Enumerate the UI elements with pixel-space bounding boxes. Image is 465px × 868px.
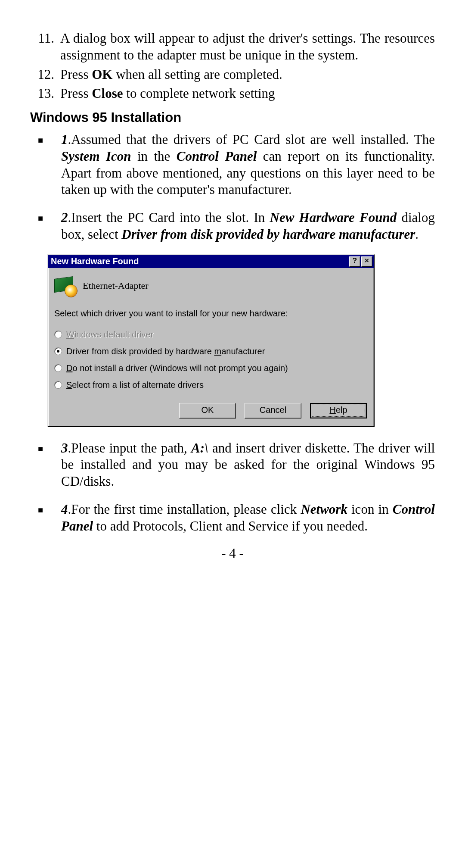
radio-option-windows-default: Windows default driver: [54, 330, 368, 340]
radio-option-driver-from-disk[interactable]: Driver from disk provided by hardware ma…: [54, 347, 368, 356]
dialog-screenshot: New Hardware Found ? × Ethernet-Adapter …: [47, 254, 375, 427]
radio-label: Select from a list of alternate drivers: [66, 380, 204, 390]
help-button[interactable]: ?: [349, 256, 360, 267]
radio-option-do-not-install[interactable]: Do not install a driver (Windows will no…: [54, 363, 368, 373]
bullet-icon: ■: [30, 501, 61, 535]
bullet-icon: ■: [30, 440, 61, 490]
close-button[interactable]: ×: [361, 256, 372, 267]
bullet-text: 3.Please input the path, A:\ and insert …: [61, 440, 435, 490]
bullet-icon: ■: [30, 209, 61, 243]
bullet-item: ■ 1.Assumed that the drivers of PC Card …: [30, 131, 435, 198]
bullet-item: ■ 2.Insert the PC Card into the slot. In…: [30, 209, 435, 243]
hardware-name: Ethernet-Adapter: [83, 280, 149, 291]
radio-option-select-from-list[interactable]: Select from a list of alternate drivers: [54, 380, 368, 390]
list-text: Press OK when all setting are completed.: [60, 66, 435, 83]
section-heading: Windows 95 Installation: [30, 110, 435, 125]
bullet-item: ■ 4.For the first time installation, ple…: [30, 501, 435, 535]
titlebar: New Hardware Found ? ×: [48, 255, 374, 268]
radio-label: Do not install a driver (Windows will no…: [66, 363, 288, 373]
list-item: 12. Press OK when all setting are comple…: [30, 66, 435, 83]
dialog-title: New Hardware Found: [51, 256, 348, 266]
list-item: 11. A dialog box will appear to adjust t…: [30, 30, 435, 64]
radio-icon[interactable]: [54, 381, 62, 389]
bullet-icon: ■: [30, 131, 61, 198]
list-text: Press Close to complete network setting: [60, 85, 435, 102]
list-item: 13. Press Close to complete network sett…: [30, 85, 435, 102]
radio-label: Driver from disk provided by hardware ma…: [66, 347, 265, 356]
list-text: A dialog box will appear to adjust the d…: [60, 30, 435, 64]
radio-label: Windows default driver: [66, 330, 153, 340]
list-number: 11.: [30, 30, 60, 64]
list-number: 12.: [30, 66, 60, 83]
adapter-icon: [54, 274, 78, 297]
page-number: - 4 -: [30, 546, 435, 561]
new-hardware-found-dialog: New Hardware Found ? × Ethernet-Adapter …: [47, 254, 375, 427]
page-content: 11. A dialog box will appear to adjust t…: [0, 0, 465, 578]
cancel-button[interactable]: Cancel: [245, 403, 301, 418]
radio-icon[interactable]: [54, 347, 62, 355]
radio-icon: [54, 331, 62, 338]
hardware-row: Ethernet-Adapter: [54, 274, 368, 297]
dialog-body: Ethernet-Adapter Select which driver you…: [48, 268, 374, 426]
radio-icon[interactable]: [54, 364, 62, 372]
bullet-text: 2.Insert the PC Card into the slot. In N…: [61, 209, 435, 243]
bullet-text: 1.Assumed that the drivers of PC Card sl…: [61, 131, 435, 198]
bullet-item: ■ 3.Please input the path, A:\ and inser…: [30, 440, 435, 490]
ok-button[interactable]: OK: [179, 403, 236, 418]
help-button[interactable]: Help: [310, 403, 367, 418]
bullet-text: 4.For the first time installation, pleas…: [61, 501, 435, 535]
dialog-instruction: Select which driver you want to install …: [54, 309, 368, 318]
dialog-button-row: OK Cancel Help: [54, 403, 368, 418]
list-number: 13.: [30, 85, 60, 102]
